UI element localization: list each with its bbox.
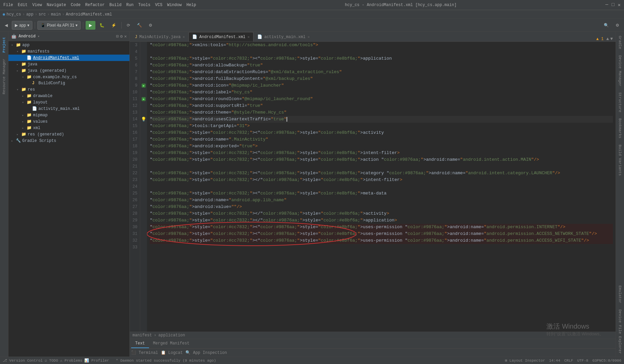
android-dropdown-icon[interactable]: ▾ <box>37 34 39 38</box>
tree-item-9[interactable]: ▾📁layout <box>8 99 129 105</box>
maximize-button[interactable]: □ <box>612 2 614 8</box>
minimize-button[interactable]: ─ <box>605 2 608 8</box>
code-line-29[interactable]: "color:#9876aa;">style="color:#cc7832;">… <box>150 217 613 224</box>
sidebar-build-variants[interactable]: Build Variants <box>617 142 623 178</box>
code-editor[interactable]: 3456789101112131415161718192021222324252… <box>130 42 616 332</box>
build-button[interactable]: 🔨 <box>134 21 145 30</box>
terminal-tab[interactable]: ⬛ Terminal <box>131 350 158 355</box>
tree-item-3[interactable]: ▸📁java <box>8 61 129 67</box>
code-line-10[interactable]: "color:#9876aa;">android:label="hcy_cs" <box>150 89 613 96</box>
todo-tab[interactable]: ☑ TODO <box>45 358 58 363</box>
menu-navigate[interactable]: Navigate <box>47 3 66 7</box>
code-line-18[interactable]: "color:#9876aa;">android:exported="true"… <box>150 143 613 150</box>
code-line-33[interactable] <box>150 244 613 251</box>
menu-help[interactable]: Help <box>186 3 196 7</box>
menu-vcs[interactable]: VCS <box>155 3 162 7</box>
code-line-5[interactable]: "color:#9876aa;">style="color:#cc7832;">… <box>150 55 613 62</box>
code-line-12[interactable]: "color:#9876aa;">android:supportsRtl="tr… <box>150 102 613 109</box>
window-controls[interactable]: ─ □ ✕ <box>605 2 621 8</box>
tree-item-0[interactable]: ▾📁app <box>8 42 129 48</box>
menu-bar[interactable]: File Edit View Navigate Code Refactor Bu… <box>3 3 196 7</box>
profiler-tab[interactable]: 📊 Profiler <box>84 358 109 363</box>
breadcrumb-part-4[interactable]: AndroidManifest.xml <box>66 12 112 17</box>
menu-run[interactable]: Run <box>126 3 133 7</box>
tree-item-8[interactable]: ▸📁drawable <box>8 93 129 99</box>
code-line-13[interactable]: "color:#9876aa;">android:theme="@style/T… <box>150 109 613 116</box>
menu-code[interactable]: Code <box>71 3 81 7</box>
code-line-24[interactable] <box>150 183 613 190</box>
sidebar-tab-resource-manager[interactable]: Resource Manager <box>1 56 7 97</box>
menu-view[interactable]: View <box>32 3 42 7</box>
sidebar-gradle[interactable]: Gradle <box>617 33 623 52</box>
code-line-17[interactable]: "color:#9876aa;">android:name=".MainActi… <box>150 136 613 143</box>
menu-window[interactable]: Window <box>167 3 182 7</box>
breadcrumb-part-2[interactable]: src <box>38 12 46 17</box>
version-control-tab[interactable]: ⎇ Version Control <box>3 358 43 363</box>
code-line-23[interactable]: "color:#9876aa;">style="color:#cc7832;">… <box>150 177 613 183</box>
crlf-indicator[interactable]: CRLF <box>564 359 573 363</box>
code-line-31[interactable]: "color:#9876aa;">style="color:#cc7832;">… <box>150 231 613 237</box>
scroll-up-icon[interactable]: ▲ <box>606 36 609 41</box>
menu-file[interactable]: File <box>3 3 13 7</box>
tree-item-12[interactable]: ▸📁values <box>8 118 129 125</box>
sidebar-device-file[interactable]: Device File Explorer <box>617 307 623 357</box>
code-line-9[interactable]: "color:#9876aa;">android:icon="@mipmap/i… <box>150 82 613 89</box>
sidebar-device-manager[interactable]: Device Manager <box>617 53 623 89</box>
tab-activitymain[interactable]: 📄 activity_main.xml ✕ <box>254 32 314 41</box>
tree-item-2[interactable]: 📄AndroidManifest.xml <box>8 55 129 61</box>
code-line-27[interactable]: "color:#9876aa;">android:value="" /> <box>150 204 613 210</box>
code-line-22[interactable]: "color:#9876aa;">style="color:#cc7832;">… <box>150 170 613 177</box>
debug-button[interactable]: 🐛 <box>97 21 107 30</box>
tree-item-10[interactable]: 📄activity_main.xml <box>8 105 129 112</box>
code-line-26[interactable]: "color:#9876aa;">android:name="android.a… <box>150 197 613 204</box>
tree-item-15[interactable]: ▸🔧Gradle Scripts <box>8 138 129 144</box>
sidebar-bookmarks[interactable]: Bookmarks <box>617 116 623 141</box>
code-breadcrumb-manifest[interactable]: manifest <box>132 333 152 338</box>
code-line-7[interactable]: "color:#9876aa;">android:dataExtractionR… <box>150 69 613 75</box>
close-tab-activitymain[interactable]: ✕ <box>307 35 310 39</box>
close-tab-mainactivity[interactable]: ✕ <box>183 35 185 39</box>
code-line-6[interactable]: "color:#9876aa;">android:allowBackup="tr… <box>150 62 613 69</box>
tab-androidmanifest[interactable]: 📄 AndroidManifest.xml ✕ <box>188 32 253 41</box>
tree-item-1[interactable]: ▾📁manifests <box>8 48 129 55</box>
settings-button[interactable]: ⚙ <box>146 21 155 30</box>
tree-item-13[interactable]: ▸📁xml <box>8 125 129 131</box>
code-line-30[interactable]: "color:#9876aa;">style="color:#cc7832;">… <box>150 224 613 231</box>
close-panel-icon[interactable]: ✕ <box>124 34 127 39</box>
settings-icon[interactable]: ⚙ <box>120 34 123 39</box>
tree-item-14[interactable]: ▸📁res (generated) <box>8 131 129 138</box>
device-selector[interactable]: 📱 Pixel 4a API 31 ▾ <box>37 21 81 30</box>
sidebar-structure[interactable]: Structure <box>617 90 623 115</box>
problems-tab[interactable]: ⚠ Problems <box>60 358 82 363</box>
code-line-21[interactable] <box>150 163 613 170</box>
code-line-4[interactable] <box>150 49 613 55</box>
breadcrumb-part-1[interactable]: app <box>26 12 34 17</box>
code-line-32[interactable]: "color:#9876aa;">style="color:#cc7832;">… <box>150 237 613 244</box>
sidebar-emulator[interactable]: Emulator <box>617 283 623 306</box>
close-button[interactable]: ✕ <box>618 2 621 8</box>
code-line-25[interactable]: "color:#9876aa;">style="color:#cc7832;">… <box>150 190 613 197</box>
tree-item-7[interactable]: ▾📁res <box>8 86 129 93</box>
bottom-tab-merged-manifest[interactable]: Merged Manifest <box>149 339 194 348</box>
run-button[interactable]: ▶ <box>86 21 95 30</box>
logcat-tab[interactable]: 📋 Logcat <box>161 350 183 355</box>
code-line-20[interactable]: "color:#9876aa;">style="color:#cc7832;">… <box>150 156 613 163</box>
scroll-down-icon[interactable]: ▼ <box>610 36 613 41</box>
close-tab-androidmanifest[interactable]: ✕ <box>247 35 250 39</box>
code-content[interactable]: "color:#9876aa;">xmlns:tools="http://sch… <box>147 42 616 332</box>
profile-button[interactable]: ⚡ <box>109 21 119 30</box>
panel-header-actions[interactable]: ⊟ ⚙ ✕ <box>116 34 127 39</box>
breadcrumb-part-3[interactable]: main <box>51 12 61 17</box>
code-line-15[interactable]: "color:#9876aa;">tools:targetApi="31"> <box>150 123 613 129</box>
menu-edit[interactable]: Edit <box>18 3 28 7</box>
code-line-3[interactable]: "color:#9876aa;">xmlns:tools="http://sch… <box>150 42 613 49</box>
app-inspection-tab[interactable]: 🔍 App Inspection <box>185 350 227 355</box>
search-button[interactable]: 🔍 <box>601 21 612 30</box>
code-line-28[interactable]: "color:#9876aa;">style="color:#cc7832;">… <box>150 210 613 217</box>
app-selector[interactable]: ▶ app ▾ <box>12 21 32 30</box>
tree-item-4[interactable]: ▸📁java (generated) <box>8 67 129 74</box>
bottom-tab-text[interactable]: Text <box>131 339 149 348</box>
code-line-16[interactable]: "color:#9876aa;">style="color:#cc7832;">… <box>150 129 613 136</box>
menu-build[interactable]: Build <box>109 3 121 7</box>
tab-mainactivity[interactable]: J MainActivity.java ✕ <box>131 32 188 41</box>
